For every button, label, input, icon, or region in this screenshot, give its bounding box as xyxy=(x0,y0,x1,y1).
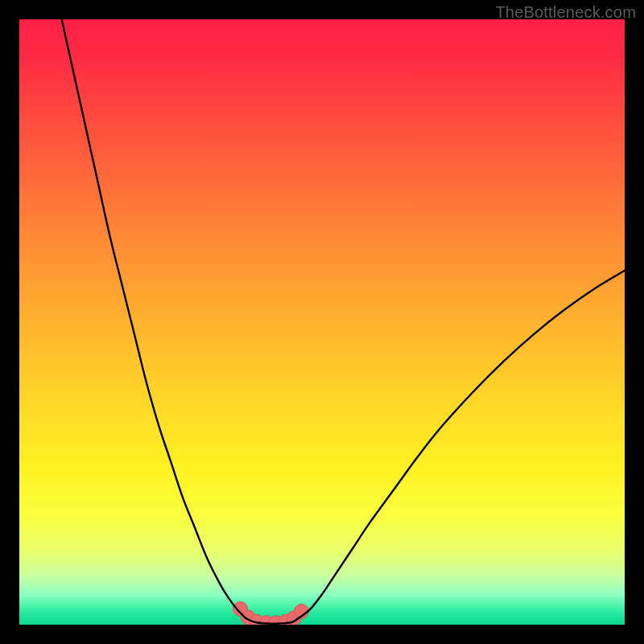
left-curve xyxy=(62,19,246,618)
chart-frame: TheBottleneck.com xyxy=(0,0,644,644)
right-curve xyxy=(298,270,625,618)
watermark-text: TheBottleneck.com xyxy=(495,3,636,22)
plot-area xyxy=(19,19,625,625)
chart-svg xyxy=(19,19,625,625)
valley-marker-layer xyxy=(233,601,308,625)
